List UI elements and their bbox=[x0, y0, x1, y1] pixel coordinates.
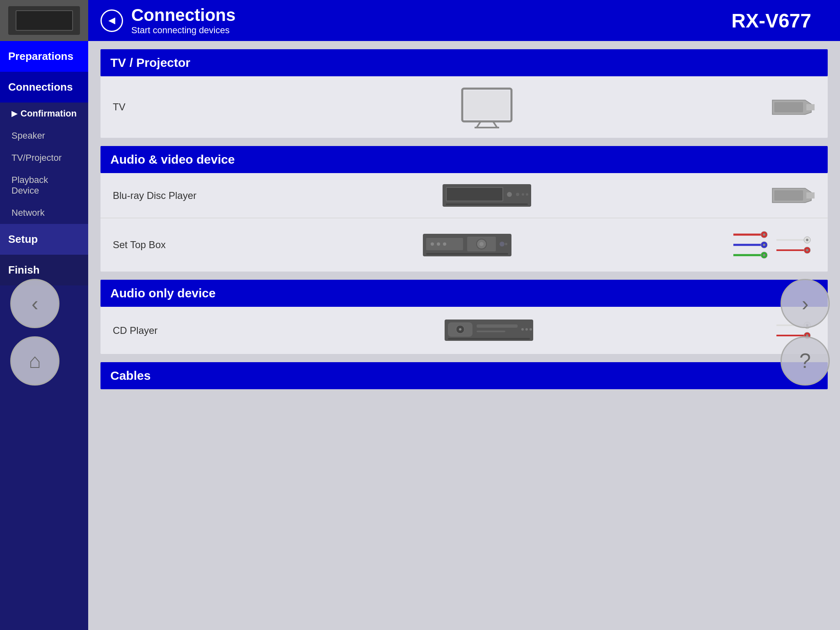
home-icon: ⌂ bbox=[29, 349, 41, 373]
svg-point-44 bbox=[806, 249, 808, 251]
section-header-av: Audio & video device bbox=[100, 146, 828, 173]
settopbox-icon bbox=[422, 232, 512, 258]
prev-button[interactable]: ‹ bbox=[10, 279, 59, 328]
svg-rect-18 bbox=[806, 192, 815, 199]
section-body-tv: TV bbox=[100, 76, 828, 138]
svg-point-14 bbox=[526, 193, 528, 196]
svg-point-13 bbox=[522, 193, 524, 196]
hdmi-connector-tv bbox=[770, 96, 815, 119]
model-number: RX-V677 bbox=[731, 9, 828, 32]
svg-point-38 bbox=[763, 254, 765, 256]
header-content: ◄ Connections Start connecting devices R… bbox=[88, 5, 840, 36]
sidebar-item-confirmation[interactable]: ▶ Confirmation bbox=[0, 103, 88, 125]
svg-rect-10 bbox=[447, 188, 502, 201]
svg-point-23 bbox=[443, 242, 446, 246]
receiver-logo bbox=[8, 6, 80, 35]
next-button[interactable]: › bbox=[781, 279, 830, 328]
next-icon: › bbox=[802, 292, 809, 315]
sidebar-item-playback-device[interactable]: Playback Device bbox=[0, 169, 88, 202]
bluray-icon bbox=[442, 182, 532, 209]
sidebar: Preparations Connections ▶ Confirmation … bbox=[0, 41, 88, 630]
svg-point-35 bbox=[763, 244, 765, 246]
device-label-cdplayer: CD Player bbox=[113, 325, 203, 336]
svg-rect-1 bbox=[464, 91, 509, 119]
rca-connector-settopbox bbox=[774, 230, 815, 260]
page-subtitle: Start connecting devices bbox=[131, 25, 235, 36]
svg-rect-17 bbox=[774, 190, 803, 201]
sidebar-item-network[interactable]: Network bbox=[0, 202, 88, 224]
device-image-bluray bbox=[203, 182, 770, 209]
cdplayer-icon bbox=[444, 318, 534, 343]
help-button[interactable]: ? bbox=[781, 336, 830, 386]
svg-point-53 bbox=[530, 328, 532, 331]
device-row-bluray[interactable]: Blu-ray Disc Player bbox=[100, 173, 828, 218]
back-icon[interactable]: ◄ bbox=[100, 9, 123, 32]
help-icon: ? bbox=[799, 349, 811, 373]
section-tv-projector: TV / Projector TV bbox=[100, 49, 828, 138]
device-connector-bluray bbox=[770, 184, 815, 207]
svg-point-41 bbox=[806, 239, 808, 241]
device-image-settopbox bbox=[203, 232, 731, 258]
svg-rect-7 bbox=[806, 104, 815, 110]
svg-point-11 bbox=[507, 192, 512, 197]
svg-point-28 bbox=[505, 243, 507, 245]
component-connector bbox=[731, 226, 768, 263]
device-connector-settopbox bbox=[731, 226, 815, 263]
svg-point-21 bbox=[431, 242, 434, 246]
svg-point-48 bbox=[459, 328, 461, 331]
header: ◄ Connections Start connecting devices R… bbox=[0, 0, 840, 41]
svg-point-12 bbox=[516, 193, 519, 196]
section-header-cables: Cables bbox=[100, 362, 828, 389]
home-button[interactable]: ⌂ bbox=[10, 336, 59, 386]
section-header-tv: TV / Projector bbox=[100, 49, 828, 76]
title-group: Connections Start connecting devices bbox=[131, 5, 235, 36]
svg-point-52 bbox=[525, 328, 528, 331]
section-audio-only: Audio only device CD Player bbox=[100, 280, 828, 354]
section-body-av: Blu-ray Disc Player bbox=[100, 173, 828, 272]
device-row-settopbox[interactable]: Set Top Box bbox=[100, 218, 828, 272]
sidebar-item-connections[interactable]: Connections bbox=[0, 72, 88, 103]
svg-rect-15 bbox=[446, 203, 528, 205]
svg-point-26 bbox=[479, 242, 484, 246]
device-connector-tv bbox=[770, 96, 815, 119]
page-title: Connections bbox=[131, 5, 235, 25]
content-area: TV / Projector TV bbox=[88, 41, 840, 630]
device-label-tv: TV bbox=[113, 101, 203, 113]
svg-point-32 bbox=[763, 233, 765, 236]
device-image-cdplayer bbox=[203, 318, 774, 343]
hdmi-connector-bluray bbox=[770, 184, 815, 207]
svg-rect-54 bbox=[448, 338, 530, 340]
main-layout: Preparations Connections ▶ Confirmation … bbox=[0, 41, 840, 630]
svg-rect-6 bbox=[774, 102, 803, 112]
svg-rect-29 bbox=[426, 253, 508, 255]
sidebar-item-setup[interactable]: Setup bbox=[0, 224, 88, 255]
arrow-icon: ▶ bbox=[11, 109, 17, 118]
sidebar-item-preparations[interactable]: Preparations bbox=[0, 41, 88, 72]
back-arrow-icon: ◄ bbox=[106, 14, 118, 27]
device-image-tv bbox=[203, 84, 770, 130]
section-body-audio: CD Player bbox=[100, 307, 828, 354]
section-header-audio: Audio only device bbox=[100, 280, 828, 307]
prev-icon: ‹ bbox=[32, 292, 39, 315]
logo-area bbox=[0, 0, 88, 41]
svg-point-51 bbox=[521, 328, 524, 331]
device-label-settopbox: Set Top Box bbox=[113, 239, 203, 251]
svg-point-22 bbox=[437, 242, 440, 246]
device-label-bluray: Blu-ray Disc Player bbox=[113, 190, 203, 201]
svg-point-27 bbox=[500, 242, 504, 247]
receiver-image bbox=[16, 10, 73, 31]
section-audio-video: Audio & video device Blu-ray Disc Player bbox=[100, 146, 828, 272]
svg-rect-49 bbox=[477, 324, 518, 328]
svg-rect-50 bbox=[477, 331, 505, 332]
device-row-tv[interactable]: TV bbox=[100, 76, 828, 138]
sidebar-item-tvprojector[interactable]: TV/Projector bbox=[0, 147, 88, 169]
tv-icon bbox=[454, 84, 520, 130]
device-row-cdplayer[interactable]: CD Player bbox=[100, 307, 828, 354]
sidebar-item-speaker[interactable]: Speaker bbox=[0, 125, 88, 147]
section-cables: Cables bbox=[100, 362, 828, 389]
